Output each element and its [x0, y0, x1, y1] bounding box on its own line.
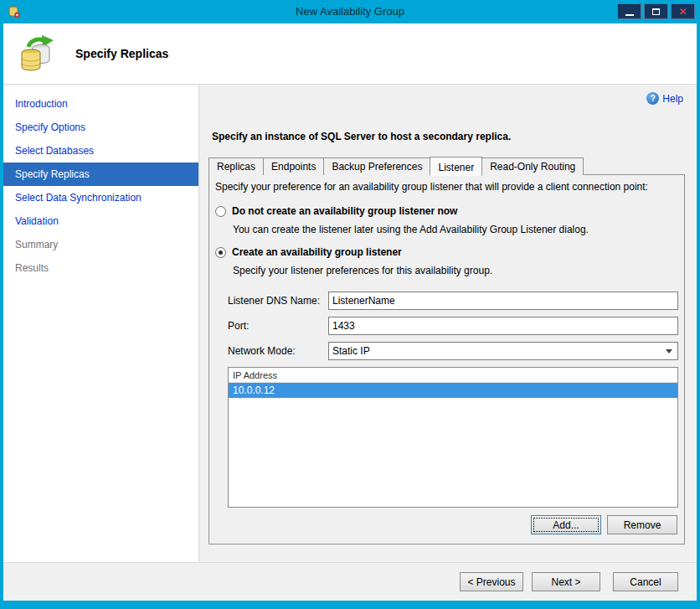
main-panel: ? Help Specify an instance of SQL Server…	[200, 85, 697, 562]
port-label: Port:	[228, 317, 249, 335]
help-label: Help	[662, 93, 683, 105]
sidebar-item-specify-replicas[interactable]: Specify Replicas	[3, 163, 198, 186]
close-button[interactable]: ✕	[671, 3, 695, 19]
ip-list-row[interactable]: 10.0.0.12	[229, 383, 677, 398]
radio-create-listener[interactable]: Create an availability group listener	[215, 246, 402, 258]
radio-no-listener[interactable]: Do not create an availability group list…	[215, 205, 457, 217]
ip-list-column-header: IP Address	[229, 368, 677, 383]
network-mode-dropdown[interactable]: Static IP	[328, 342, 678, 360]
ip-address-list[interactable]: IP Address 10.0.0.12	[228, 367, 678, 508]
chevron-down-icon	[666, 349, 672, 354]
wizard-steps-sidebar: Introduction Specify Options Select Data…	[3, 85, 199, 562]
new-availability-group-window: New Availability Group ✕ Specify Replica…	[0, 0, 700, 609]
sidebar-item-results: Results	[3, 256, 198, 280]
minimize-icon	[625, 14, 634, 16]
remove-button[interactable]: Remove	[607, 515, 677, 534]
radio-no-listener-circle	[215, 206, 226, 217]
dns-name-input[interactable]	[328, 292, 678, 310]
page-title: Specify Replicas	[75, 47, 168, 60]
radio-no-listener-label: Do not create an availability group list…	[232, 205, 457, 217]
radio-no-listener-subtext: You can create the listener later using …	[233, 224, 589, 235]
radio-create-listener-circle	[215, 247, 226, 258]
minimize-button[interactable]	[617, 3, 641, 19]
port-input[interactable]	[328, 317, 678, 335]
listener-preference-text: Specify your preference for an availabil…	[215, 181, 648, 193]
add-button[interactable]: Add...	[531, 515, 601, 534]
listener-tab-page: Specify your preference for an availabil…	[208, 174, 685, 544]
radio-create-listener-subtext: Specify your listener preferences for th…	[233, 265, 492, 276]
tab-listener[interactable]: Listener	[430, 157, 482, 176]
dialog-content: Specify Replicas Introduction Specify Op…	[3, 23, 697, 601]
previous-button[interactable]: < Previous	[460, 572, 523, 591]
network-mode-label: Network Mode:	[228, 342, 296, 360]
tab-strip: Replicas Endpoints Backup Preferences Li…	[208, 156, 583, 175]
maximize-button[interactable]	[644, 3, 668, 19]
tab-replicas[interactable]: Replicas	[208, 157, 264, 175]
sidebar-item-select-data-synchronization[interactable]: Select Data Synchronization	[3, 186, 198, 209]
availability-group-icon	[17, 34, 57, 74]
sidebar-item-introduction[interactable]: Introduction	[3, 92, 198, 116]
tab-backup-preferences[interactable]: Backup Preferences	[323, 157, 430, 175]
page-instruction: Specify an instance of SQL Server to hos…	[212, 131, 511, 142]
sidebar-item-validation[interactable]: Validation	[3, 209, 198, 233]
wizard-footer: < Previous Next > Cancel	[3, 562, 697, 601]
dns-name-label: Listener DNS Name:	[228, 292, 320, 310]
tab-read-only-routing[interactable]: Read-Only Routing	[481, 157, 584, 175]
sidebar-item-specify-options[interactable]: Specify Options	[3, 116, 198, 139]
maximize-icon	[652, 8, 660, 15]
help-icon: ?	[646, 92, 659, 105]
close-icon: ✕	[678, 7, 687, 17]
sidebar-item-summary: Summary	[3, 233, 198, 256]
tab-endpoints[interactable]: Endpoints	[263, 157, 324, 175]
next-button[interactable]: Next >	[532, 572, 600, 591]
window-title: New Availability Group	[0, 0, 700, 23]
window-controls: ✕	[617, 3, 695, 19]
network-mode-value: Static IP	[332, 345, 370, 357]
cancel-button[interactable]: Cancel	[613, 572, 678, 591]
help-link[interactable]: ? Help	[646, 92, 683, 105]
wizard-header: Specify Replicas	[3, 23, 697, 85]
titlebar: New Availability Group ✕	[0, 0, 700, 23]
sidebar-item-select-databases[interactable]: Select Databases	[3, 139, 198, 163]
radio-create-listener-label: Create an availability group listener	[232, 246, 402, 258]
